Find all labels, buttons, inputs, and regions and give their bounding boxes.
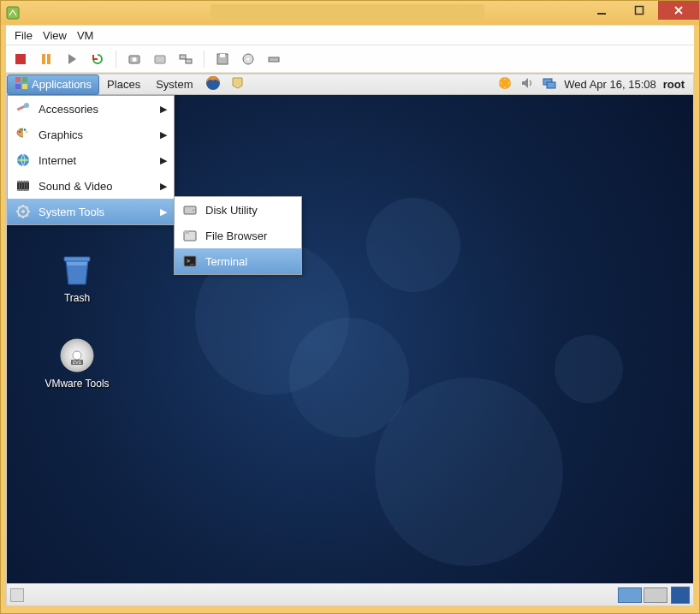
svg-rect-0 — [7, 7, 19, 19]
outer-titlebar[interactable] — [1, 1, 699, 25]
dvd-icon: DVD — [56, 335, 98, 376]
snapshot-manager-icon[interactable] — [176, 50, 195, 69]
reset-icon[interactable] — [88, 50, 107, 69]
svg-point-31 — [24, 103, 29, 108]
svg-point-47 — [193, 210, 194, 212]
svg-text:DVD: DVD — [73, 360, 82, 365]
desktop-icon-vmtools[interactable]: DVD VMware Tools — [34, 335, 120, 390]
title-blurred-region — [211, 4, 484, 20]
graphics-icon — [15, 126, 32, 143]
places-label: Places — [107, 78, 140, 91]
svg-rect-43 — [27, 181, 27, 191]
svg-rect-17 — [22, 77, 27, 82]
svg-rect-10 — [186, 59, 192, 63]
play-icon[interactable] — [62, 50, 81, 69]
applications-icon — [15, 76, 28, 92]
notes-launcher[interactable] — [226, 75, 250, 95]
terminal-icon: >_ — [181, 253, 199, 270]
submenu-disk-utility[interactable]: Disk Utility — [175, 197, 301, 223]
volume-icon[interactable] — [519, 75, 535, 93]
svg-rect-15 — [269, 57, 279, 62]
app-menu-label: Internet — [39, 154, 76, 167]
app-menu-system-tools[interactable]: System Tools ▶ — [8, 199, 174, 224]
system-menu-button[interactable]: System — [148, 75, 200, 95]
app-menu-internet[interactable]: Internet ▶ — [8, 147, 174, 173]
submenu-label: Terminal — [205, 255, 247, 268]
submenu-file-browser[interactable]: File Browser — [175, 223, 301, 248]
menu-vm[interactable]: VM — [77, 29, 94, 42]
svg-rect-23 — [547, 82, 555, 88]
chevron-right-icon: ▶ — [160, 206, 167, 218]
workspace-2[interactable] — [644, 587, 667, 603]
desktop-icon-vmtools-label: VMware Tools — [34, 378, 120, 390]
firefox-launcher[interactable] — [200, 75, 226, 95]
svg-rect-2 — [636, 7, 644, 15]
vmware-console-window: File View VM Applications Places — [0, 0, 700, 614]
toolbar-separator — [204, 51, 205, 68]
update-notifier-icon[interactable] — [497, 75, 513, 93]
svg-rect-49 — [184, 231, 189, 234]
stop-icon[interactable] — [11, 50, 30, 69]
guest-os-display: Applications Places System — [6, 74, 694, 606]
app-menu-label: Accessories — [39, 103, 98, 116]
menu-view[interactable]: View — [43, 29, 67, 42]
svg-rect-8 — [155, 56, 165, 63]
chevron-right-icon: ▶ — [160, 181, 167, 192]
internet-icon — [15, 152, 32, 169]
menu-file[interactable]: File — [15, 29, 33, 42]
places-menu-button[interactable]: Places — [99, 75, 148, 95]
close-button[interactable] — [658, 1, 699, 20]
submenu-label: File Browser — [205, 230, 267, 242]
svg-rect-5 — [47, 54, 50, 64]
snapshot-icon[interactable] — [125, 50, 144, 69]
user-menu[interactable]: root — [663, 78, 685, 91]
svg-rect-1 — [597, 13, 606, 15]
outer-menubar: File View VM — [6, 25, 694, 45]
svg-rect-12 — [220, 54, 225, 57]
firefox-icon — [205, 75, 222, 94]
app-menu-sound-video[interactable]: Sound & Video ▶ — [8, 173, 174, 199]
network-status-icon[interactable] — [542, 75, 557, 93]
svg-point-14 — [247, 57, 250, 60]
svg-point-7 — [133, 57, 137, 62]
chevron-right-icon: ▶ — [160, 155, 167, 166]
svg-point-45 — [21, 210, 25, 213]
show-desktop-button-right[interactable] — [671, 587, 690, 604]
app-menu-graphics[interactable]: Graphics ▶ — [8, 122, 174, 147]
svg-point-33 — [21, 128, 23, 131]
floppy-icon[interactable] — [213, 50, 232, 69]
applications-label: Applications — [32, 78, 92, 91]
submenu-label: Disk Utility — [205, 204, 258, 217]
minimize-button[interactable] — [583, 1, 620, 20]
outer-toolbar — [6, 45, 694, 73]
app-menu-accessories[interactable]: Accessories ▶ — [8, 96, 174, 122]
system-tools-submenu: Disk Utility File Browser >_ Terminal — [174, 196, 302, 275]
disk-utility-icon — [181, 201, 199, 218]
app-menu-label: System Tools — [39, 206, 104, 218]
pause-icon[interactable] — [37, 50, 56, 69]
maximize-button[interactable] — [620, 1, 658, 20]
cd-icon[interactable] — [239, 50, 258, 69]
trash-icon — [56, 249, 98, 290]
desktop-icon-trash[interactable]: Trash — [34, 249, 120, 304]
system-label: System — [156, 78, 193, 91]
svg-point-27 — [73, 351, 81, 360]
svg-point-32 — [19, 131, 21, 134]
network-adapter-icon[interactable] — [264, 50, 283, 69]
system-tools-icon — [15, 203, 32, 220]
notes-icon — [230, 75, 246, 93]
svg-text:>_: >_ — [187, 258, 194, 265]
show-desktop-button-left[interactable] — [10, 588, 24, 602]
chevron-right-icon: ▶ — [160, 104, 167, 115]
snapshot-revert-icon[interactable] — [151, 50, 169, 69]
svg-rect-16 — [15, 77, 21, 82]
submenu-terminal[interactable]: >_ Terminal — [175, 248, 301, 274]
sound-video-icon — [15, 177, 32, 194]
desktop-icon-trash-label: Trash — [34, 292, 120, 304]
svg-point-34 — [24, 128, 27, 131]
svg-rect-41 — [21, 181, 22, 191]
workspace-switcher — [618, 587, 671, 603]
workspace-1[interactable] — [618, 587, 642, 603]
clock[interactable]: Wed Apr 16, 15:08 — [564, 78, 656, 91]
applications-menu-button[interactable]: Applications — [7, 75, 99, 95]
